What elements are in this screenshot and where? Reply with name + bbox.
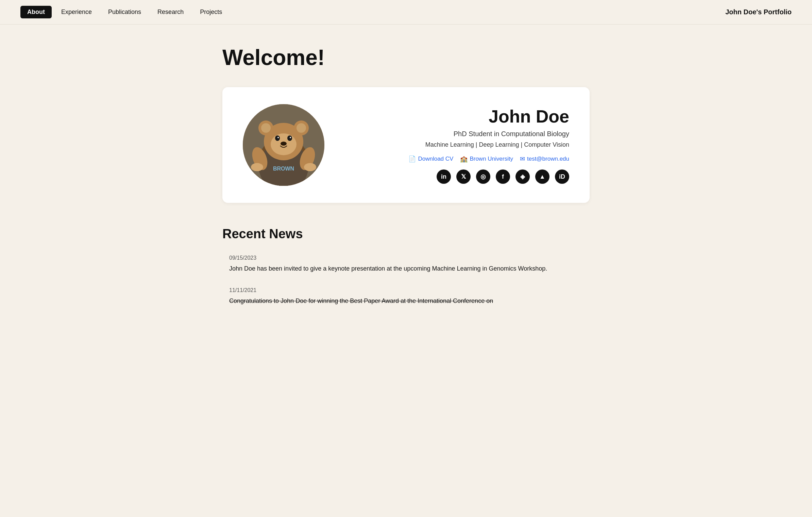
svg-point-11 — [275, 135, 280, 141]
portfolio-title: John Doe's Portfolio — [725, 8, 792, 16]
svg-point-7 — [261, 123, 271, 133]
cv-label: Download CV — [418, 156, 453, 162]
linkedin-icon[interactable]: in — [437, 169, 451, 184]
social-icons-row: in𝕏◎f◈▲iD — [352, 169, 569, 184]
recent-news-section: Recent News 09/15/2023John Doe has been … — [222, 227, 590, 306]
news-date: 11/11/2021 — [229, 287, 590, 293]
instagram-icon[interactable]: ◎ — [476, 169, 490, 184]
facebook-icon[interactable]: f — [496, 169, 510, 184]
university-label: Brown University — [470, 156, 513, 162]
nav-item-experience[interactable]: Experience — [54, 6, 99, 18]
profile-tags: Machine Learning | Deep Learning | Compu… — [352, 141, 569, 148]
email-icon: ✉ — [520, 155, 525, 163]
avatar: BROWN — [243, 104, 324, 186]
svg-point-13 — [277, 137, 279, 138]
profile-links: 📄 Download CV 🏫 Brown University ✉ test@… — [352, 155, 569, 163]
nav-item-research[interactable]: Research — [151, 6, 190, 18]
nav-item-publications[interactable]: Publications — [101, 6, 148, 18]
svg-point-19 — [304, 163, 316, 171]
github-icon[interactable]: ◈ — [515, 169, 530, 184]
main-content: Welcome! BROWN — [202, 25, 610, 333]
nav-left: AboutExperiencePublicationsResearchProje… — [20, 6, 725, 18]
email-link[interactable]: ✉ test@brown.edu — [520, 155, 569, 163]
university-icon: 🏫 — [460, 155, 468, 163]
news-item: 09/15/2023John Doe has been invited to g… — [222, 255, 590, 274]
nav-item-projects[interactable]: Projects — [193, 6, 229, 18]
email-label: test@brown.edu — [527, 156, 569, 162]
orcid-icon[interactable]: iD — [555, 169, 569, 184]
university-link[interactable]: 🏫 Brown University — [460, 155, 513, 163]
x-icon[interactable]: 𝕏 — [456, 169, 471, 184]
avatar-image: BROWN — [243, 104, 324, 186]
scholar-icon[interactable]: ▲ — [535, 169, 549, 184]
cv-link[interactable]: 📄 Download CV — [408, 155, 453, 163]
profile-title: PhD Student in Computational Biology — [352, 130, 569, 138]
news-text: John Doe has been invited to give a keyn… — [229, 264, 590, 274]
nav-item-about[interactable]: About — [20, 6, 52, 18]
news-text: Congratulations to John Doe for winning … — [229, 296, 590, 306]
svg-point-14 — [290, 137, 291, 138]
news-item: 11/11/2021Congratulations to John Doe fo… — [222, 287, 590, 306]
news-list: 09/15/2023John Doe has been invited to g… — [222, 255, 590, 306]
svg-point-15 — [281, 142, 287, 146]
svg-text:BROWN: BROWN — [273, 166, 294, 172]
profile-info: John Doe PhD Student in Computational Bi… — [352, 106, 569, 184]
svg-point-12 — [287, 135, 292, 141]
welcome-heading: Welcome! — [222, 45, 590, 70]
cv-icon: 📄 — [408, 155, 416, 163]
svg-point-9 — [297, 123, 306, 133]
svg-point-18 — [251, 163, 263, 171]
profile-name: John Doe — [352, 106, 569, 127]
news-date: 09/15/2023 — [229, 255, 590, 261]
recent-news-title: Recent News — [222, 227, 590, 241]
navbar: AboutExperiencePublicationsResearchProje… — [0, 0, 812, 25]
profile-card: BROWN — [222, 87, 590, 203]
